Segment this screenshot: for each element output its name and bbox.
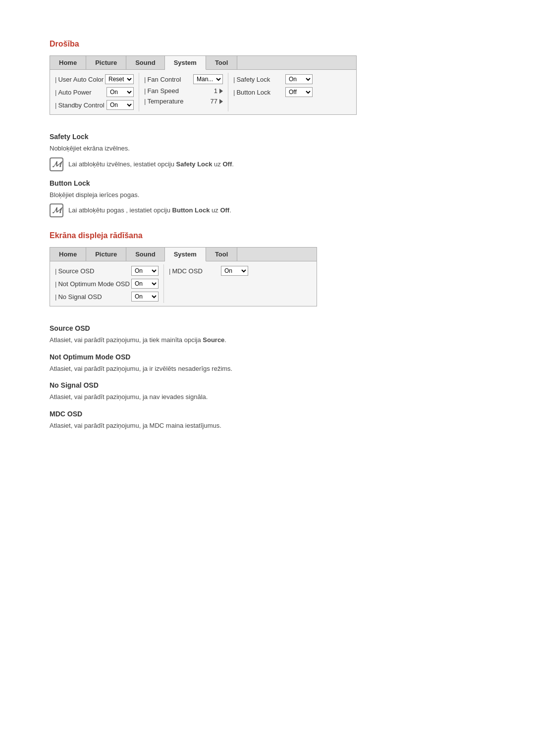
source-osd-select[interactable]: On Off xyxy=(131,266,159,276)
safety-lock-select[interactable]: On Off xyxy=(285,74,313,84)
button-lock-heading: Button Lock xyxy=(50,179,485,187)
mdc-osd-select[interactable]: On Off xyxy=(221,266,248,276)
safety-lock-body: Nobloķējiet ekrāna izvēlnes. xyxy=(50,144,485,153)
auto-power-label: Auto Power xyxy=(55,89,107,96)
temperature-number: 77 xyxy=(211,98,217,105)
tab-tool[interactable]: Tool xyxy=(206,56,237,69)
display-table: Home Picture Sound System Tool Source OS… xyxy=(50,247,317,306)
tab-system[interactable]: System xyxy=(165,56,206,70)
temperature-label: Temperature xyxy=(144,98,211,105)
temperature-arrow[interactable] xyxy=(219,99,223,104)
button-lock-body: Bloķējiet displeja ierīces pogas. xyxy=(50,190,485,200)
auto-power-select[interactable]: On Off xyxy=(107,87,134,97)
temperature-value: 77 xyxy=(211,98,223,105)
safety-lock-note-text: Lai atbloķētu izvēlnes, iestatiet opciju… xyxy=(68,157,234,169)
no-signal-heading: No Signal OSD xyxy=(50,381,485,389)
mdc-osd-body: Atlasiet, vai parādīt paziņojumu, ja MDC… xyxy=(50,421,485,431)
fan-speed-value: 1 xyxy=(214,87,223,95)
display-tab-sound[interactable]: Sound xyxy=(126,248,164,261)
security-table: Home Picture Sound System Tool User Auto… xyxy=(50,55,357,115)
display-tabs: Home Picture Sound System Tool xyxy=(50,248,317,261)
fan-control-select[interactable]: Man... Auto xyxy=(193,74,223,84)
security-section: Drošība Home Picture Sound System Tool U… xyxy=(50,40,485,217)
mdc-osd-label: MDC OSD xyxy=(169,267,221,275)
not-optimum-heading: Not Optimum Mode OSD xyxy=(50,353,485,361)
table-row: Button Lock Off On xyxy=(233,86,313,99)
table-row: Safety Lock On Off xyxy=(233,73,313,86)
security-tabs: Home Picture Sound System Tool xyxy=(50,56,356,70)
table-row: MDC OSD On Off xyxy=(169,264,248,277)
table-row: Not Optimum Mode OSD On Off xyxy=(55,277,159,290)
source-osd-body: Atlasiet, vai parādīt paziņojumu, ja tie… xyxy=(50,335,485,345)
display-title: Ekrāna displeja rādīšana xyxy=(50,231,485,240)
no-signal-select[interactable]: On Off xyxy=(131,292,159,302)
security-col1: User Auto Color Reset Auto Power On Off … xyxy=(50,73,139,111)
tab-home[interactable]: Home xyxy=(50,56,86,69)
not-optimum-body: Atlasiet, vai parādīt paziņojumu, ja ir … xyxy=(50,364,485,374)
safety-lock-heading: Safety Lock xyxy=(50,133,485,141)
security-table-body: User Auto Color Reset Auto Power On Off … xyxy=(50,70,356,114)
button-lock-note: 𝓜 Lai atbloķētu pogas , iestatiet opciju… xyxy=(50,203,485,217)
table-row: No Signal OSD On Off xyxy=(55,290,159,303)
security-title: Drošība xyxy=(50,40,485,49)
table-row: Fan Speed 1 xyxy=(144,86,223,96)
safety-lock-note: 𝓜 Lai atbloķētu izvēlnes, iestatiet opci… xyxy=(50,157,485,171)
display-table-body: Source OSD On Off Not Optimum Mode OSD O… xyxy=(50,261,317,306)
button-lock-label: Button Lock xyxy=(233,89,285,96)
not-optimum-label: Not Optimum Mode OSD xyxy=(55,280,131,288)
no-signal-body: Atlasiet, vai parādīt paziņojumu, ja nav… xyxy=(50,392,485,402)
user-auto-color-label: User Auto Color xyxy=(55,76,105,83)
button-lock-note-text: Lai atbloķētu pogas , iestatiet opciju B… xyxy=(68,203,231,215)
tab-picture[interactable]: Picture xyxy=(86,56,126,69)
table-row: Source OSD On Off xyxy=(55,264,159,277)
display-tab-system[interactable]: System xyxy=(165,248,206,261)
button-lock-select[interactable]: Off On xyxy=(285,87,313,97)
security-col3: Safety Lock On Off Button Lock Off On xyxy=(228,73,318,111)
security-col2: Fan Control Man... Auto Fan Speed 1 Temp… xyxy=(139,73,228,111)
display-col2: MDC OSD On Off xyxy=(164,264,253,303)
note-icon: 𝓜 xyxy=(50,157,63,171)
safety-lock-label: Safety Lock xyxy=(233,76,285,83)
display-tab-picture[interactable]: Picture xyxy=(86,248,126,261)
no-signal-label: No Signal OSD xyxy=(55,293,131,301)
not-optimum-select[interactable]: On Off xyxy=(131,279,159,289)
standby-control-label: Standby Control xyxy=(55,101,107,109)
display-col1: Source OSD On Off Not Optimum Mode OSD O… xyxy=(50,264,164,303)
table-row: User Auto Color Reset xyxy=(55,73,134,86)
display-tab-tool[interactable]: Tool xyxy=(206,248,237,261)
display-section: Ekrāna displeja rādīšana Home Picture So… xyxy=(50,231,485,430)
table-row: Fan Control Man... Auto xyxy=(144,73,223,86)
mdc-osd-heading: MDC OSD xyxy=(50,410,485,418)
tab-sound[interactable]: Sound xyxy=(126,56,164,69)
table-row: Standby Control On Off xyxy=(55,99,134,111)
source-osd-heading: Source OSD xyxy=(50,324,485,332)
source-osd-label: Source OSD xyxy=(55,267,131,275)
fan-speed-label: Fan Speed xyxy=(144,87,214,95)
note-icon-2: 𝓜 xyxy=(50,203,63,217)
fan-speed-number: 1 xyxy=(214,87,217,95)
fan-control-label: Fan Control xyxy=(144,76,193,83)
display-tab-home[interactable]: Home xyxy=(50,248,86,261)
standby-control-select[interactable]: On Off xyxy=(107,100,134,110)
user-auto-color-select[interactable]: Reset xyxy=(105,74,134,84)
fan-speed-arrow[interactable] xyxy=(219,89,223,94)
table-row: Temperature 77 xyxy=(144,96,223,106)
table-row: Auto Power On Off xyxy=(55,86,134,99)
